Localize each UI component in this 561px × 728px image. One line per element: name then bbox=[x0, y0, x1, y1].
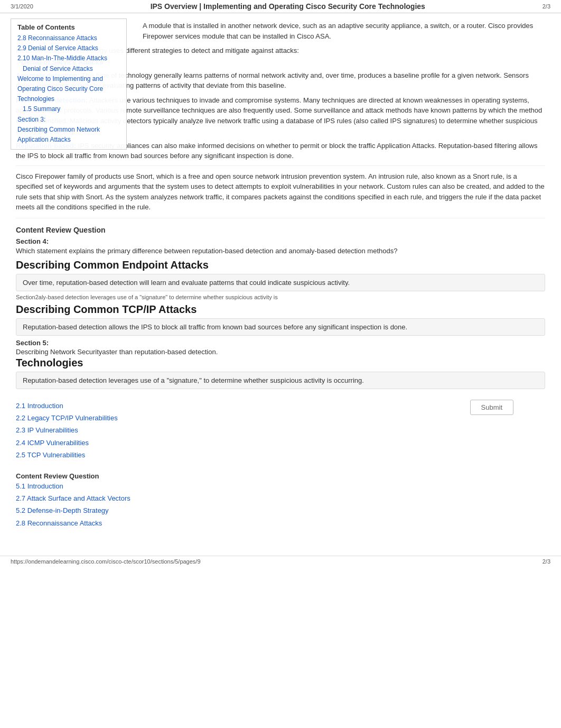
toc-5-2[interactable]: 5.2 Defense-in-Depth Strategy bbox=[16, 504, 545, 517]
answer-option-a[interactable]: Over time, reputation-based detection wi… bbox=[16, 274, 545, 291]
cisco-block: Cisco Firepower family of products use S… bbox=[16, 171, 545, 213]
toc-bottom-2-4[interactable]: 2.4 ICMP Vulnerabilities bbox=[16, 437, 174, 449]
toc-overlay-panel: Table of Contents 2.8 Reconnaissance Att… bbox=[11, 19, 127, 150]
toc-item-2-10[interactable]: 2.10 Man-In-The-Middle Attacks bbox=[17, 53, 120, 63]
cisco-text: Cisco Firepower family of products use S… bbox=[16, 171, 545, 213]
footer-page: 2/3 bbox=[543, 558, 550, 565]
toc-item-welcome[interactable]: Welcome to Implementing and bbox=[17, 74, 120, 84]
toc-item-2-9[interactable]: 2.9 Denial of Service Attacks bbox=[17, 43, 120, 53]
answer-b-section-prefix: Section2aly-based detection leverages us… bbox=[16, 294, 545, 300]
toc-item-dos[interactable]: Denial of Service Attacks bbox=[23, 64, 120, 74]
toc-item-app-attacks[interactable]: Application Attacks bbox=[17, 135, 120, 145]
section4-question: Which statement explains the primary dif… bbox=[16, 246, 545, 256]
section4-endpoint-heading: Describing Common Endpoint Attacks bbox=[16, 259, 209, 271]
section5-label: Section 5: bbox=[16, 339, 545, 347]
answer-option-c[interactable]: Reputation-based detection allows the IP… bbox=[16, 318, 545, 336]
toc-item-operating[interactable]: Operating Cisco Security Core bbox=[17, 84, 120, 94]
submit-button[interactable]: Submit bbox=[470, 400, 513, 415]
section2-heading: Describing Common TCP/IP Attacks bbox=[16, 303, 545, 316]
toc-item-2-8[interactable]: 2.8 Reconnaissance Attacks bbox=[17, 33, 120, 43]
answer-a-text: Over time, reputation-based detection wi… bbox=[23, 279, 350, 287]
footer-bar: https://ondemandelearning.cisco.com/cisc… bbox=[0, 556, 561, 567]
toc-item-network[interactable]: Describing Common Network bbox=[17, 125, 120, 135]
toc-section3: Section 3: bbox=[17, 115, 120, 125]
section5-desc-a: Describing Network Security bbox=[16, 348, 102, 356]
toc-title: Table of Contents bbox=[17, 23, 120, 31]
top-bar: 3/1/2020 IPS Overview | Implementing and… bbox=[0, 0, 561, 13]
page-number: 2/3 bbox=[543, 3, 550, 10]
answer-option-d[interactable]: Reputation-based detection leverages use… bbox=[16, 372, 545, 389]
content-review-title: Content Review Question bbox=[16, 226, 545, 234]
date-label: 3/1/2020 bbox=[11, 3, 33, 10]
toc-bottom-2-1[interactable]: 2.1 Introduction bbox=[16, 400, 174, 412]
toc-bottom-2-5[interactable]: 2.5 TCP Vulnerabilities bbox=[16, 449, 174, 461]
section5-heading-b: Technologies bbox=[16, 357, 545, 369]
page-title: IPS Overview | Implementing and Operatin… bbox=[33, 2, 543, 11]
section4-label: Section 4: bbox=[16, 237, 545, 245]
bottom-toc-section2: Content Review Question 5.1 Introduction… bbox=[16, 472, 545, 530]
toc-2-8-bottom[interactable]: 2.8 Reconnaissance Attacks bbox=[16, 517, 545, 529]
bottom-toc-panel: 2.1 Introduction 2.2 Legacy TCP/IP Vulne… bbox=[16, 400, 174, 462]
module-desc: A module that is installed in another ne… bbox=[143, 21, 545, 41]
footer-url: https://ondemandelearning.cisco.com/cisc… bbox=[11, 558, 201, 565]
content-review-label-bottom: Content Review Question bbox=[16, 472, 545, 480]
section2-label-inline: Section2 bbox=[16, 294, 39, 300]
toc-item-1-5[interactable]: 1.5 Summary bbox=[23, 104, 120, 114]
toc-2-7[interactable]: 2.7 Attack Surface and Attack Vectors bbox=[16, 492, 545, 504]
answer-d-text: Reputation-based detection leverages use… bbox=[23, 376, 364, 384]
answer-c-text: Reputation-based detection allows the IP… bbox=[23, 323, 407, 331]
content-review-section: Content Review Question Section 4: Which… bbox=[16, 226, 545, 530]
toc-bottom-2-2[interactable]: 2.2 Legacy TCP/IP Vulnerabilities bbox=[16, 412, 174, 424]
toc-item-technologies[interactable]: Technologies bbox=[17, 94, 120, 104]
toc-bottom-2-3[interactable]: 2.3 IP Vulnerabilities bbox=[16, 424, 174, 436]
toc-5-1[interactable]: 5.1 Introduction bbox=[16, 480, 545, 492]
